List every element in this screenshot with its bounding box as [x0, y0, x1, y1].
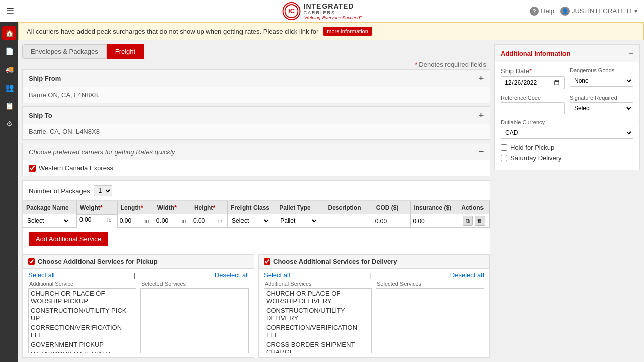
sidebar-item-users[interactable]: 👥 [2, 80, 16, 95]
col-description: Description [325, 201, 373, 214]
dutiable-currency-select[interactable]: CAD USD [501, 127, 633, 139]
signature-required-select[interactable]: Select Yes No [570, 102, 633, 114]
tab-freight[interactable]: Freight [107, 44, 144, 59]
cod-input[interactable] [375, 218, 406, 225]
pickup-selected-list[interactable] [140, 288, 249, 353]
carriers-collapse[interactable]: − [479, 147, 484, 156]
list-item[interactable]: CONSTRUCTION/UTILITY PICK-UP [29, 306, 136, 323]
header: ☰ IC INTEGRATED CARRIERS "Helping Everyo… [0, 0, 644, 22]
list-item[interactable]: CORRECTION/VERIFICATION FEE [29, 323, 136, 340]
ai-row-1: Ship Date* Dangerous Goods None Limited … [501, 67, 633, 89]
carrier-checkbox[interactable] [29, 165, 36, 172]
length-unit: in [145, 218, 149, 224]
package-name-select[interactable]: Select [25, 217, 70, 225]
delivery-service-checkbox[interactable] [264, 258, 270, 265]
sidebar: 🏠 📄 🚚 👥 📋 ⚙ [0, 22, 18, 362]
banner: All couriers have added peak surcharges … [18, 22, 644, 40]
pickup-service-title: Choose Additional Services for Pickup [38, 258, 158, 265]
saturday-delivery-checkbox[interactable] [501, 155, 507, 161]
list-item[interactable]: GOVERNMENT PICKUP [29, 340, 136, 349]
table-row: Select lb [23, 214, 490, 228]
logo-text: INTEGRATED CARRIERS "Helping Everyone Su… [304, 2, 362, 20]
freight-class-select[interactable]: Select [230, 217, 270, 225]
sidebar-item-shipping[interactable]: 🚚 [2, 62, 16, 76]
copy-row-button[interactable]: ⧉ [463, 216, 473, 226]
ship-date-input[interactable] [501, 76, 565, 89]
ship-from-section: Ship From + [22, 69, 490, 103]
reference-code-input[interactable] [501, 102, 565, 114]
carriers-header[interactable]: Choose preferred carriers for getting Ra… [23, 143, 490, 160]
services-row: Choose Additional Services for Pickup Se… [23, 254, 490, 358]
delivery-selected-list[interactable] [376, 288, 484, 353]
weight-input[interactable] [79, 216, 107, 223]
ship-from-header[interactable]: Ship From + [23, 70, 490, 87]
delivery-available-list[interactable]: CHURCH OR PLACE OF WORSHIP DELIVERY CONS… [264, 288, 372, 353]
description-input[interactable] [327, 218, 367, 225]
pallet-type-select[interactable]: Pallet [278, 217, 318, 225]
cell-actions: ⧉ 🗑 [458, 214, 490, 228]
help-link[interactable]: ? Help [530, 7, 554, 16]
ship-to-header[interactable]: Ship To + [23, 107, 490, 124]
packages-section: Number of Packages 12345 Package Name We… [22, 180, 490, 358]
col-cod: COD ($) [373, 201, 411, 214]
pickup-service-checkbox[interactable] [28, 258, 35, 265]
pickup-deselect-all[interactable]: Deselect all [215, 271, 249, 279]
signature-required-label: Signature Required [570, 95, 633, 101]
list-item[interactable]: CHURCH OR PLACE OF WORSHIP PICKUP [29, 289, 136, 306]
logo-name: INTEGRATED [304, 2, 362, 10]
col-package-name: Package Name [23, 201, 77, 214]
ship-to-body [23, 124, 490, 139]
height-input[interactable] [193, 217, 218, 224]
additional-info-collapse[interactable]: − [629, 49, 633, 58]
list-item[interactable]: HAZARDOUS MATERIALS [29, 349, 136, 353]
sidebar-item-home[interactable]: 🏠 [2, 26, 16, 40]
cell-freight-class: Select [227, 214, 276, 228]
pickup-available-label: Additional Service [28, 281, 136, 287]
cell-insurance [411, 214, 458, 228]
dutiable-currency-label: Dutiable Currency [501, 119, 633, 125]
list-item[interactable]: CONSTRUCTION/UTILITY DELIVERY [264, 306, 371, 323]
sidebar-item-reports[interactable]: 📋 [2, 99, 16, 113]
packages-table: Package Name Weight* Length* Width* Heig… [23, 201, 490, 228]
dangerous-goods-label: Dangerous Goods [570, 67, 633, 73]
list-item[interactable]: CROSS BORDER SHIPMENT CHARGE [264, 340, 371, 353]
sidebar-item-settings[interactable]: ⚙ [2, 117, 16, 131]
packages-count-select[interactable]: 12345 [94, 185, 112, 196]
packages-header: Number of Packages 12345 [23, 181, 490, 201]
ship-from-expand[interactable]: + [479, 74, 484, 83]
reference-code-label: Reference Code [501, 95, 565, 101]
cell-pallet-type: Pallet [276, 214, 325, 228]
tabs: Envelopes & Packages Freight [22, 44, 490, 59]
ship-from-address[interactable] [29, 91, 484, 99]
ship-to-expand[interactable]: + [479, 111, 484, 120]
logo-tagline: "Helping Everyone Succeed" [304, 15, 362, 20]
pickup-select-all[interactable]: Select all [28, 271, 55, 279]
ship-to-address[interactable] [29, 128, 484, 135]
dangerous-goods-select[interactable]: None Limited Quantity Fully Regulated [570, 75, 633, 87]
weight-unit: lb [107, 217, 112, 223]
list-item[interactable]: CHURCH OR PLACE OF WORSHIP DELIVERY [264, 289, 371, 306]
hold-for-pickup-checkbox[interactable] [501, 144, 507, 151]
col-width: Width* [154, 201, 191, 214]
width-input[interactable] [156, 217, 182, 224]
pickup-available-list[interactable]: CHURCH OR PLACE OF WORSHIP PICKUP CONSTR… [28, 288, 136, 353]
hamburger-icon[interactable]: ☰ [6, 6, 14, 17]
user-menu[interactable]: 👤 JUSTINTEGRATE IT ▾ [560, 7, 638, 16]
header-logo: IC INTEGRATED CARRIERS "Helping Everyone… [283, 2, 362, 20]
delivery-deselect-all[interactable]: Deselect all [450, 271, 484, 279]
tab-envelopes[interactable]: Envelopes & Packages [22, 44, 107, 59]
add-additional-service-button[interactable]: Add Additional Service [29, 232, 108, 246]
length-input[interactable] [120, 217, 145, 224]
more-info-button[interactable]: more information [323, 27, 372, 36]
height-unit: in [218, 218, 223, 224]
cell-cod [373, 214, 411, 228]
dangerous-goods-field: Dangerous Goods None Limited Quantity Fu… [570, 67, 633, 89]
carriers-body: Western Canada Express [23, 160, 490, 176]
delivery-select-all[interactable]: Select all [264, 271, 290, 279]
list-item[interactable]: CORRECTION/VERIFICATION FEE [264, 323, 371, 340]
sidebar-item-docs[interactable]: 📄 [2, 44, 16, 58]
delete-row-button[interactable]: 🗑 [475, 216, 485, 226]
banner-text: All couriers have added peak surcharges … [27, 28, 318, 35]
insurance-input[interactable] [413, 218, 443, 225]
col-freight-class: Freight Class [227, 201, 276, 214]
